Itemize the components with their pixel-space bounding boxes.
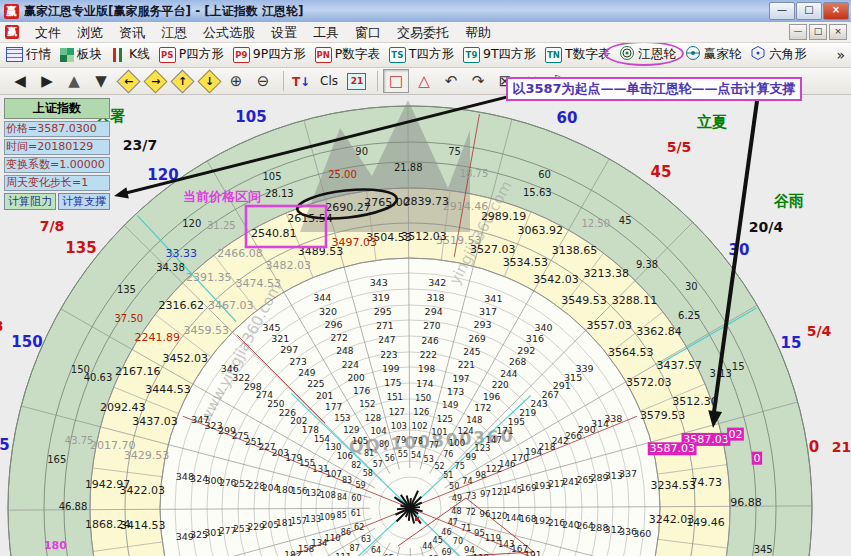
spiral-number: 58 xyxy=(363,469,373,478)
spiral-number: 60 xyxy=(351,494,361,503)
draw-square-icon[interactable]: □ xyxy=(383,69,409,93)
menu-item-9[interactable]: 帮助 xyxy=(457,24,499,41)
spiral-number: 53 xyxy=(424,455,434,464)
time-row: 时间=20180129 xyxy=(4,139,110,155)
rotate-cw-icon[interactable]: ↷ xyxy=(466,70,490,92)
degree-label: 165 xyxy=(47,454,66,465)
support-label: 3422.03 xyxy=(120,484,166,497)
rotate-ccw-icon[interactable]: ↶ xyxy=(439,70,463,92)
spiral-number: 341 xyxy=(484,293,502,304)
toolbar-item-行情[interactable]: 行情 xyxy=(6,46,51,63)
spiral-number: 248 xyxy=(336,346,353,356)
calc-resistance-button[interactable]: 计算阻力 xyxy=(4,193,56,210)
draw-triangle-icon[interactable]: △ xyxy=(412,70,436,92)
toolbar-item-T四方形[interactable]: TST四方形 xyxy=(389,46,454,63)
menu-item-5[interactable]: 设置 xyxy=(263,24,305,41)
spiral-number: 249 xyxy=(298,368,315,378)
menu-item-4[interactable]: 公式选股 xyxy=(195,24,263,41)
menu-item-7[interactable]: 窗口 xyxy=(347,24,389,41)
pan-down-icon[interactable]: ↓ xyxy=(197,70,221,92)
support-label: 3429.53 xyxy=(124,449,170,462)
support-label: 3467.03 xyxy=(208,299,254,312)
pan-up-icon[interactable]: ↑ xyxy=(170,70,194,92)
zoom-in-icon[interactable]: ⊕ xyxy=(224,70,248,92)
toolbar-item-9T四方形[interactable]: T99T四方形 xyxy=(463,46,536,63)
annotation-instruction-box: 以3587为起点——单击江恩轮——点击计算支撑 xyxy=(506,77,802,101)
mdi-close-button[interactable]: × xyxy=(829,24,847,40)
nav-right-icon[interactable]: ▶ xyxy=(35,70,59,92)
time-down-icon[interactable]: T↓ xyxy=(289,70,313,92)
spiral-number: 173 xyxy=(447,387,464,397)
degree-label: 30 xyxy=(685,281,698,292)
spiral-number: 271 xyxy=(376,321,393,331)
toolbar-separator xyxy=(283,71,284,91)
toolbar-item-六角形[interactable]: 六角形 xyxy=(750,45,807,64)
toolbar-item-T数字表[interactable]: TNT数字表 xyxy=(545,46,610,63)
cls-button[interactable]: Cls xyxy=(316,70,342,92)
menu-item-1[interactable]: 浏览 xyxy=(69,24,111,41)
pan-left-icon[interactable]: ← xyxy=(116,70,140,92)
zoom-out-icon[interactable]: ⊖ xyxy=(251,70,275,92)
support-label: 3587.03 xyxy=(649,442,695,455)
nav-left-icon[interactable]: ◀ xyxy=(8,70,32,92)
menu-item-8[interactable]: 交易委托 xyxy=(389,24,457,41)
price-label: 3063.92 xyxy=(517,224,563,237)
mdi-minimize-button[interactable]: — xyxy=(789,24,807,40)
spiral-number: 127 xyxy=(389,407,405,417)
spiral-number: 200 xyxy=(347,373,364,383)
price-label: 2466.08 xyxy=(217,247,263,260)
outer-label: 立夏 xyxy=(696,113,727,131)
toolbar-item-P数字表[interactable]: PNP数字表 xyxy=(315,46,380,63)
toolbar-item-label: 江恩轮 xyxy=(638,46,676,63)
9p-square-icon: P9 xyxy=(233,47,250,63)
menu-item-0[interactable]: 文件 xyxy=(27,24,69,41)
toolbar-item-赢家轮[interactable]: 赢家轮 xyxy=(685,45,742,64)
spiral-number: 245 xyxy=(463,347,480,357)
window-close-button[interactable]: × xyxy=(823,2,849,20)
gann-wheel-chart[interactable]: QQ:100800360www.yingjia360.comyingjia360… xyxy=(0,95,851,556)
menu-item-2[interactable]: 资讯 xyxy=(111,24,153,41)
spiral-number: 342 xyxy=(428,277,446,288)
toolbar-item-板块[interactable]: 板块 xyxy=(60,46,102,63)
spiral-number: 174 xyxy=(416,379,433,389)
outer-label: 45 xyxy=(651,163,672,181)
factor-row: 变换系数=1.00000 xyxy=(4,157,110,173)
pointer-up-icon[interactable]: ▲ xyxy=(62,70,86,92)
spiral-number: 272 xyxy=(331,333,348,343)
spiral-number: 199 xyxy=(382,364,399,374)
spiral-number: 338 xyxy=(604,413,622,424)
spiral-number: 243 xyxy=(530,399,547,409)
toolbar-item-P四方形[interactable]: PSP四方形 xyxy=(159,46,224,63)
toolbar-item-K线[interactable]: K线 xyxy=(111,46,150,63)
toolbar-item-江恩轮[interactable]: 江恩轮 xyxy=(619,45,676,64)
price-label: 3138.65 xyxy=(552,244,598,257)
degree-label: 120 xyxy=(182,218,201,229)
calendar-icon[interactable]: 21 xyxy=(345,70,369,92)
extra-label: 3234.53 xyxy=(651,479,697,492)
spiral-number: 150 xyxy=(415,393,431,403)
mdi-restore-button[interactable]: □ xyxy=(809,24,827,40)
window-minimize-button[interactable]: — xyxy=(769,2,795,20)
spiral-number: 343 xyxy=(370,277,388,288)
toolbar-item-label: K线 xyxy=(129,46,150,63)
support-label: 3437.03 xyxy=(132,415,178,428)
menu-item-6[interactable]: 工具 xyxy=(305,24,347,41)
spiral-number: 100 xyxy=(449,438,465,448)
pan-right-icon[interactable]: → xyxy=(143,70,167,92)
spiral-number: 273 xyxy=(289,357,306,367)
center-red-marker xyxy=(415,517,419,521)
spiral-number: 130 xyxy=(325,442,341,452)
gann-wheel-icon xyxy=(619,45,635,64)
toolbar-overflow-chevron[interactable]: » xyxy=(836,47,845,63)
spiral-number: 268 xyxy=(509,357,526,367)
calc-support-button[interactable]: 计算支撑 xyxy=(58,193,110,210)
toolbar-item-9P四方形[interactable]: P99P四方形 xyxy=(233,46,306,63)
menu-item-3[interactable]: 江恩 xyxy=(153,24,195,41)
spiral-number: 250 xyxy=(267,399,284,409)
window-maximize-button[interactable]: □ xyxy=(796,2,822,20)
price-label: 3213.38 xyxy=(583,267,629,280)
pointer-down-icon[interactable]: ▼ xyxy=(89,70,113,92)
degree-label: 15 xyxy=(732,361,745,372)
spiral-number: 349 xyxy=(176,531,194,542)
price-row: 价格=3587.0300 xyxy=(4,121,110,137)
